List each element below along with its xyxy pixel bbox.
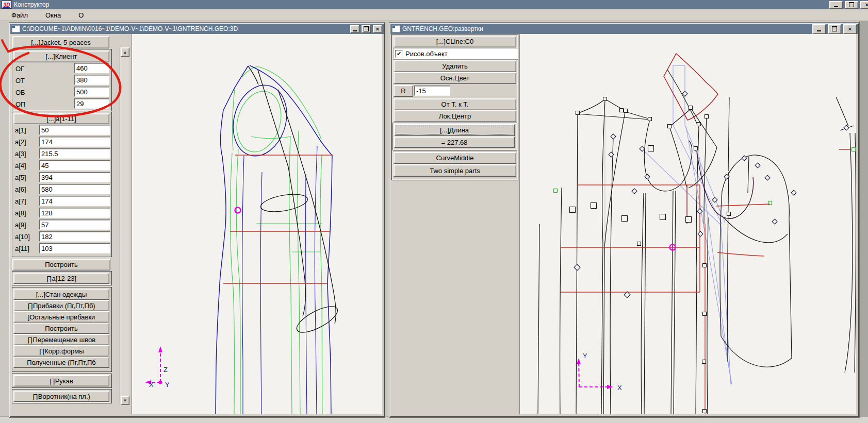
axis-x-label: X [149,381,154,388]
sleeve-button[interactable]: ∏Рукав [13,375,109,386]
ob-label: ОБ [15,89,25,96]
patterns-maximize-button[interactable] [828,24,841,34]
axis-z-label: Z [163,366,168,374]
pattern-pieces-drawing: Y X [520,34,856,414]
main-close-button[interactable]: ✕ [860,1,868,9]
build-button-2[interactable]: Построить [13,323,109,334]
a8-label: a[8] [15,209,26,217]
periwinkle-construction-lines [645,65,732,384]
patterns-close-button[interactable]: ✕ [843,24,857,34]
main-minimize-button[interactable] [829,1,843,9]
diamond-point-markers [574,91,849,298]
app-3d-logo-icon: 3D [2,1,12,9]
main-maximize-button[interactable] [845,1,858,9]
cline-button[interactable]: [...]CLine:C0 [394,36,516,47]
a3-input[interactable] [39,148,110,159]
3d-window-title: C:\DOCUME~1\ADMIN\0016~1\DEMO-V~1\DEMO-V… [22,25,348,32]
pattern-piece-outlines [538,70,856,414]
ot-input[interactable] [74,75,109,85]
peremeshchenie-shvov-button[interactable]: ∏Перемещение швов [13,334,109,345]
a6-input[interactable] [39,184,110,194]
op-input[interactable] [74,98,109,109]
local-center-button[interactable]: Лок.Центр [394,110,516,122]
3d-axis-indicator: Z X Y [145,346,170,388]
stan-group: [...]Стан одежды ∏Прибавки (Пг,Пт,Пб) ]О… [12,287,112,372]
a7-label: a[7] [15,197,26,205]
3d-minimize-button[interactable] [350,25,359,33]
a8-input[interactable] [39,208,110,218]
3d-view-canvas[interactable]: Z X Y [132,34,382,414]
patterns-view-canvas[interactable]: Y X [520,34,856,414]
navy-body-outline [216,65,332,414]
length-button[interactable]: [...]Длина [394,124,515,136]
menu-file[interactable]: Файл [7,10,32,20]
axis-y-label: Y [165,381,170,388]
a12-23-button[interactable]: ∏а[12-23] [13,273,109,284]
a7-input[interactable] [39,196,110,206]
draw-object-checkbox[interactable]: ✔ [395,50,403,58]
ostalnye-pribavki-button[interactable]: ]Остальные прибавки [13,311,109,323]
a3-label: a[3] [15,150,26,158]
collar-group: ∏Воротник(на пл.) [12,389,112,403]
minimize-icon [817,30,821,31]
a10-input[interactable] [39,231,110,242]
3d-maximize-button[interactable] [362,25,371,33]
3d-close-button[interactable]: ✕ [373,25,382,33]
og-input[interactable] [74,63,109,73]
curve-middle-button[interactable]: CurveMiddle [394,152,516,164]
r-input[interactable] [414,86,450,96]
sleeve-lines [248,66,341,337]
a11-input[interactable] [39,243,110,253]
axis-x-label: X [617,384,622,392]
stan-odezhdy-button[interactable]: [...]Стан одежды [13,289,109,300]
window-patterns: GNTRENCH.GEO:развертки ✕ [...]CLine:C0 ✔… [389,23,859,417]
scroll-down-button[interactable]: ▼ [121,396,129,405]
r-button[interactable]: R [394,85,413,97]
ob-input[interactable] [74,87,109,97]
from-point-to-point-button[interactable]: От Т. к Т. [394,98,516,110]
korr-formy-button[interactable]: ∏Корр.формы [13,345,109,357]
a9-input[interactable] [39,219,110,230]
two-simple-parts-button[interactable]: Two simple parts [394,164,516,177]
delete-button[interactable]: Удалить [394,60,516,72]
3d-window-titlebar[interactable]: C:\DOCUME~1\ADMIN\0016~1\DEMO-V~1\DEMO-V… [10,24,384,34]
sleeve-group: ∏Рукав [12,374,112,388]
pribavki-button[interactable]: ∏Прибавки (Пг,Пт,Пб) [13,300,109,311]
poluchennye-button[interactable]: Полученные (Пг,Пт,Пб [13,357,109,368]
a1-input[interactable] [39,125,110,135]
red-collar-piece [664,54,718,120]
length-value-button[interactable]: = 227.68 [394,137,515,148]
document-icon [392,25,400,32]
patterns-minimize-button[interactable] [812,24,826,34]
document-icon [12,25,20,32]
patterns-tool-panel: [...]CLine:C0 ✔ Рисов.объект Удалить Осн… [390,34,520,414]
draw-object-row[interactable]: ✔ Рисов.объект [393,48,518,60]
maximize-icon [849,2,854,7]
patterns-window-title: GNTRENCH.GEO:развертки [402,25,810,32]
a5-label: a[5] [15,174,26,181]
magenta-point-marker [235,208,241,213]
a4-input[interactable] [39,160,110,171]
menu-windows[interactable]: Окна [41,10,65,20]
build-button-1[interactable]: Построить [12,259,110,270]
a5-input[interactable] [39,172,110,182]
a2-label: a[2] [15,138,26,146]
workspace-right-strip [859,21,868,423]
3d-sidebar-scrollbar[interactable]: ▲ ▼ [120,47,129,404]
green-contours [230,67,322,414]
a4-label: a[4] [15,162,26,170]
a11-label: a[11] [15,245,29,252]
a2-input[interactable] [39,137,110,147]
collar-button[interactable]: ∏Воротник(на пл.) [13,391,109,402]
scroll-up-button[interactable]: ▲ [121,47,129,57]
menu-about[interactable]: О [74,10,88,20]
client-header-button[interactable]: [...]Клиент [13,50,109,62]
app-title: Конструктор [14,1,827,8]
a6-label: a[6] [15,185,26,193]
main-titlebar: 3D Конструктор ✕ [0,0,868,9]
a-params-header-button[interactable]: [...]a[1-11] [13,113,109,124]
a12-group: ∏а[12-23] [12,271,112,285]
patterns-window-titlebar[interactable]: GNTRENCH.GEO:развертки ✕ [390,24,858,34]
main-color-button[interactable]: Осн.Цвет [394,72,516,84]
jacket-pieces-button[interactable]: [...]Jacket. 5 peaces [12,36,109,48]
